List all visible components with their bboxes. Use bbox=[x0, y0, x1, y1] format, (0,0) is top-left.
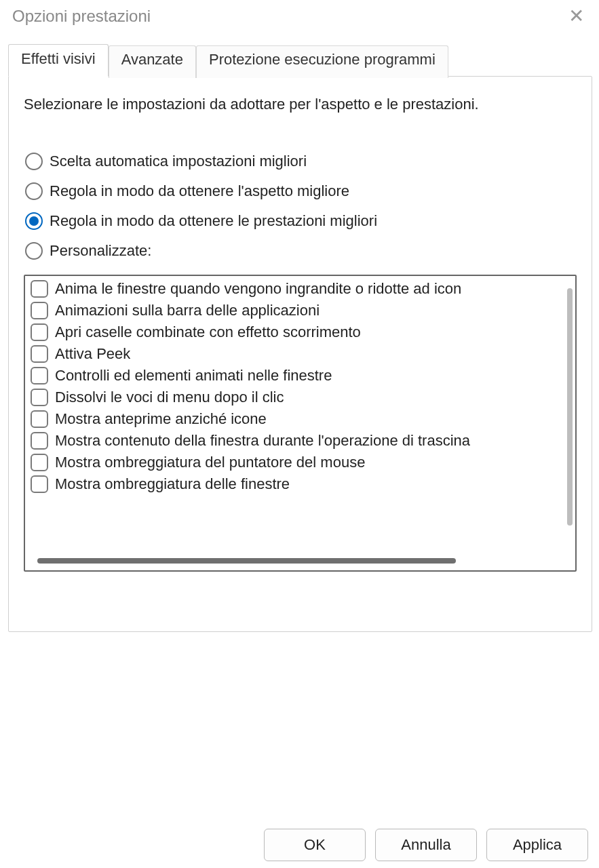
checkbox-icon[interactable] bbox=[31, 302, 48, 319]
radio-label: Regola in modo da ottenere l'aspetto mig… bbox=[50, 182, 349, 200]
tab-panel-visual: Selezionare le impostazioni da adottare … bbox=[8, 76, 592, 632]
list-item[interactable]: Apri caselle combinate con effetto scorr… bbox=[31, 323, 571, 341]
radio-icon bbox=[25, 212, 43, 230]
radio-best-appearance[interactable]: Regola in modo da ottenere l'aspetto mig… bbox=[25, 182, 577, 200]
list-item[interactable]: Mostra anteprime anziché icone bbox=[31, 410, 571, 428]
radio-label: Regola in modo da ottenere le prestazion… bbox=[50, 212, 377, 230]
close-icon[interactable]: ✕ bbox=[563, 4, 590, 28]
option-label: Mostra contenuto della finestra durante … bbox=[55, 432, 470, 450]
checkbox-icon[interactable] bbox=[31, 280, 48, 298]
options-listbox[interactable]: Anima le finestre quando vengono ingrand… bbox=[24, 275, 577, 572]
radio-group: Scelta automatica impostazioni migliori … bbox=[24, 153, 577, 260]
checkbox-icon[interactable] bbox=[31, 475, 48, 493]
radio-icon bbox=[25, 153, 43, 170]
titlebar: Opzioni prestazioni ✕ bbox=[0, 0, 599, 37]
horizontal-scrollbar-thumb[interactable] bbox=[37, 558, 456, 564]
option-label: Apri caselle combinate con effetto scorr… bbox=[55, 323, 361, 341]
instruction-text: Selezionare le impostazioni da adottare … bbox=[24, 94, 577, 115]
option-label: Mostra ombreggiatura delle finestre bbox=[55, 475, 290, 493]
checkbox-icon[interactable] bbox=[31, 323, 48, 341]
option-label: Attiva Peek bbox=[55, 345, 130, 363]
apply-button[interactable]: Applica bbox=[486, 829, 588, 861]
option-label: Mostra anteprime anziché icone bbox=[55, 410, 267, 428]
option-label: Controlli ed elementi animati nelle fine… bbox=[55, 367, 332, 384]
ok-button[interactable]: OK bbox=[264, 829, 366, 861]
radio-icon bbox=[25, 182, 43, 200]
list-item[interactable]: Anima le finestre quando vengono ingrand… bbox=[31, 280, 571, 298]
list-item[interactable]: Mostra ombreggiatura del puntatore del m… bbox=[31, 454, 571, 471]
tab-dep[interactable]: Protezione esecuzione programmi bbox=[196, 45, 448, 78]
vertical-scrollbar[interactable] bbox=[567, 288, 573, 526]
checkbox-icon[interactable] bbox=[31, 454, 48, 471]
list-item[interactable]: Attiva Peek bbox=[31, 345, 571, 363]
radio-label: Scelta automatica impostazioni migliori bbox=[50, 153, 307, 170]
window-title: Opzioni prestazioni bbox=[12, 7, 151, 26]
radio-custom[interactable]: Personalizzate: bbox=[25, 242, 577, 260]
tab-advanced[interactable]: Avanzate bbox=[109, 45, 196, 78]
list-item[interactable]: Mostra ombreggiatura delle finestre bbox=[31, 475, 571, 493]
list-item[interactable]: Animazioni sulla barra delle applicazion… bbox=[31, 302, 571, 319]
option-label: Anima le finestre quando vengono ingrand… bbox=[55, 280, 461, 298]
dialog-buttons: OK Annulla Applica bbox=[264, 829, 588, 861]
cancel-button[interactable]: Annulla bbox=[375, 829, 477, 861]
tab-visual-effects[interactable]: Effetti visivi bbox=[8, 44, 109, 77]
radio-best-performance[interactable]: Regola in modo da ottenere le prestazion… bbox=[25, 212, 577, 230]
option-label: Dissolvi le voci di menu dopo il clic bbox=[55, 389, 284, 406]
tabs-container: Effetti visivi Avanzate Protezione esecu… bbox=[0, 37, 599, 632]
list-item[interactable]: Controlli ed elementi animati nelle fine… bbox=[31, 367, 571, 384]
checkbox-icon[interactable] bbox=[31, 389, 48, 406]
radio-label: Personalizzate: bbox=[50, 242, 151, 260]
checkbox-icon[interactable] bbox=[31, 410, 48, 428]
radio-auto[interactable]: Scelta automatica impostazioni migliori bbox=[25, 153, 577, 170]
radio-icon bbox=[25, 242, 43, 260]
checkbox-icon[interactable] bbox=[31, 367, 48, 384]
checkbox-icon[interactable] bbox=[31, 432, 48, 450]
option-label: Animazioni sulla barra delle applicazion… bbox=[55, 302, 320, 319]
option-label: Mostra ombreggiatura del puntatore del m… bbox=[55, 454, 365, 471]
checkbox-icon[interactable] bbox=[31, 345, 48, 363]
list-item[interactable]: Dissolvi le voci di menu dopo il clic bbox=[31, 389, 571, 406]
list-item[interactable]: Mostra contenuto della finestra durante … bbox=[31, 432, 571, 450]
horizontal-scrollbar-track[interactable] bbox=[37, 558, 560, 564]
options-list-content: Anima le finestre quando vengono ingrand… bbox=[25, 276, 575, 551]
tab-strip: Effetti visivi Avanzate Protezione esecu… bbox=[8, 43, 592, 76]
